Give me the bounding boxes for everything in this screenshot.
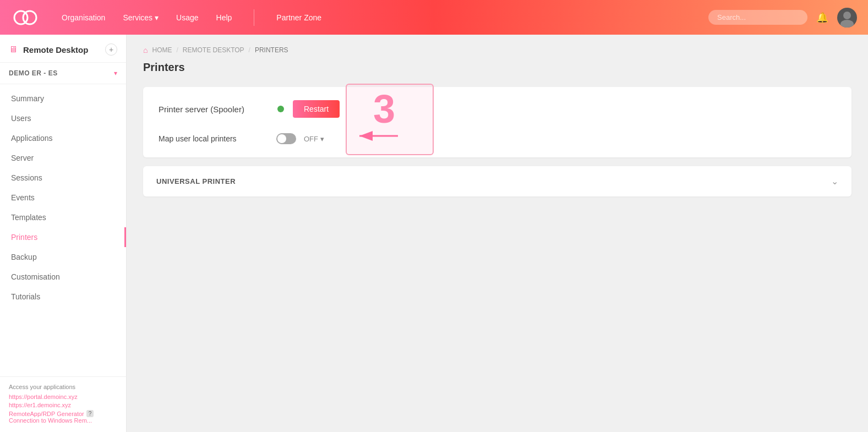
nav-organisation[interactable]: Organisation: [62, 13, 105, 22]
search-input[interactable]: [708, 10, 807, 25]
sidebar-item-customisation[interactable]: Customisation: [0, 267, 126, 287]
sidebar-footer-link-er1[interactable]: https://er1.demoinc.xyz: [9, 402, 117, 408]
sidebar-item-backup[interactable]: Backup: [0, 247, 126, 267]
map-printers-toggle-label: OFF ▾: [304, 135, 324, 143]
breadcrumb-home[interactable]: HOME: [152, 46, 172, 54]
breadcrumb-sep-1: /: [176, 46, 178, 54]
add-button[interactable]: +: [105, 43, 117, 56]
sidebar-item-templates[interactable]: Templates: [0, 207, 126, 227]
svg-point-2: [843, 12, 851, 19]
svg-point-3: [840, 20, 854, 28]
topnav-right: 🔔: [708, 8, 857, 28]
sidebar-footer: Access your applications https://portal.…: [0, 376, 126, 432]
demo-label: DEMO ER - ES: [9, 69, 58, 77]
breadcrumb-sep-2: /: [249, 46, 250, 54]
sidebar-item-applications[interactable]: Applications: [0, 128, 126, 148]
annotation-number: 3: [373, 89, 395, 129]
universal-printer-accordion: UNIVERSAL PRINTER: [143, 166, 851, 196]
page-title: Printers: [143, 61, 851, 74]
sidebar-item-server[interactable]: Server: [0, 148, 126, 168]
breadcrumb: ⌂ HOME / REMOTE DESKTOP / PRINTERS: [143, 46, 851, 54]
sidebar-item-summary[interactable]: Summary: [0, 89, 126, 108]
map-printers-row: Map user local printers OFF ▾: [159, 133, 836, 144]
sidebar-footer-link-portal[interactable]: https://portal.demoinc.xyz: [9, 393, 117, 400]
nav-services[interactable]: Services ▾: [123, 13, 159, 22]
avatar[interactable]: [837, 8, 857, 28]
map-printers-toggle[interactable]: [276, 133, 296, 144]
nav-usage[interactable]: Usage: [176, 13, 198, 22]
sidebar-item-sessions[interactable]: Sessions: [0, 168, 126, 188]
sidebar-nav: Summary Users Applications Server Sessio…: [0, 84, 126, 376]
accordion-header[interactable]: UNIVERSAL PRINTER: [143, 166, 851, 196]
bell-icon[interactable]: 🔔: [816, 12, 828, 24]
printer-server-row: Printer server (Spooler) Restart 3: [159, 100, 836, 118]
sidebar-demo-selector[interactable]: DEMO ER - ES ▾: [0, 63, 126, 84]
logo[interactable]: [11, 8, 40, 28]
breadcrumb-current: PRINTERS: [255, 46, 288, 54]
annotation-box: [346, 84, 434, 155]
sidebar-header: 🖥 Remote Desktop +: [0, 35, 126, 63]
nav-help[interactable]: Help: [216, 13, 232, 22]
sidebar-item-events[interactable]: Events: [0, 188, 126, 207]
topnav: Organisation Services ▾ Usage Help Partn…: [0, 0, 868, 35]
printer-server-label: Printer server (Spooler): [159, 105, 269, 114]
printer-status-dot: [277, 106, 284, 112]
universal-printer-title: UNIVERSAL PRINTER: [156, 177, 236, 185]
sidebar-title: Remote Desktop: [23, 45, 100, 54]
main-content: ⌂ HOME / REMOTE DESKTOP / PRINTERS Print…: [127, 35, 868, 432]
printers-card: Printer server (Spooler) Restart 3: [143, 87, 851, 157]
map-printers-label: Map user local printers: [159, 134, 269, 143]
restart-button[interactable]: Restart: [293, 100, 340, 118]
accordion-chevron-icon: [831, 176, 838, 187]
services-arrow-icon: ▾: [155, 13, 159, 22]
demo-arrow-icon: ▾: [114, 69, 117, 77]
sidebar-item-tutorials[interactable]: Tutorials: [0, 287, 126, 307]
sidebar: 🖥 Remote Desktop + DEMO ER - ES ▾ Summar…: [0, 35, 127, 432]
sidebar-footer-rdp-label[interactable]: RemoteApp/RDP Generator: [9, 411, 84, 417]
topnav-links: Organisation Services ▾ Usage Help Partn…: [62, 9, 708, 26]
sidebar-footer-title: Access your applications: [9, 384, 117, 390]
layout: 🖥 Remote Desktop + DEMO ER - ES ▾ Summar…: [0, 35, 868, 432]
sidebar-item-users[interactable]: Users: [0, 108, 126, 128]
nav-divider: [254, 9, 254, 26]
sidebar-footer-rdp: RemoteApp/RDP Generator ?: [9, 410, 117, 417]
breadcrumb-remote-desktop[interactable]: REMOTE DESKTOP: [183, 46, 244, 54]
sidebar-item-printers[interactable]: Printers: [0, 227, 126, 247]
sidebar-footer-rdp-badge: ?: [86, 410, 94, 417]
home-icon: ⌂: [143, 46, 148, 54]
svg-point-1: [23, 11, 36, 24]
sidebar-footer-connection-link[interactable]: Connection to Windows Rem...: [9, 417, 117, 424]
remote-desktop-icon: 🖥: [9, 45, 18, 54]
nav-partner-zone[interactable]: Partner Zone: [276, 13, 321, 22]
